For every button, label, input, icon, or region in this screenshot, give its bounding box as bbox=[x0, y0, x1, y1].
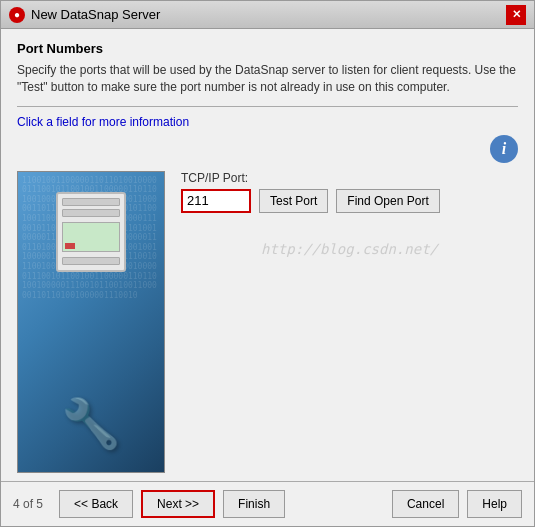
right-panel: TCP/IP Port: Test Port Find Open Port ht… bbox=[165, 171, 518, 473]
server-graphic bbox=[56, 192, 126, 272]
watermark-text: http://blog.csdn.net/ bbox=[181, 241, 518, 257]
section-description: Specify the ports that will be used by t… bbox=[17, 62, 518, 96]
port-row: Test Port Find Open Port bbox=[181, 189, 518, 213]
server-line-3 bbox=[62, 257, 120, 265]
content-area: Port Numbers Specify the ports that will… bbox=[1, 29, 534, 481]
next-button[interactable]: Next >> bbox=[141, 490, 215, 518]
window: ● New DataSnap Server ✕ Port Numbers Spe… bbox=[0, 0, 535, 527]
title-bar: ● New DataSnap Server ✕ bbox=[1, 1, 534, 29]
main-area: 1100100110000011011010010000011100101100… bbox=[17, 171, 518, 473]
image-panel: 1100100110000011011010010000011100101100… bbox=[17, 171, 165, 473]
server-body bbox=[56, 192, 126, 272]
test-port-button[interactable]: Test Port bbox=[259, 189, 328, 213]
step-indicator: 4 of 5 bbox=[13, 497, 43, 511]
find-open-port-button[interactable]: Find Open Port bbox=[336, 189, 439, 213]
server-screen bbox=[62, 222, 120, 252]
port-input[interactable] bbox=[181, 189, 251, 213]
info-icon-row: i bbox=[17, 135, 518, 163]
server-line-2 bbox=[62, 209, 120, 217]
divider bbox=[17, 106, 518, 107]
back-button[interactable]: << Back bbox=[59, 490, 133, 518]
tcp-port-label: TCP/IP Port: bbox=[181, 171, 518, 185]
wrench-icon: 🔧 bbox=[61, 396, 121, 452]
info-link[interactable]: Click a field for more information bbox=[17, 115, 518, 129]
server-line-1 bbox=[62, 198, 120, 206]
close-button[interactable]: ✕ bbox=[506, 5, 526, 25]
help-button[interactable]: Help bbox=[467, 490, 522, 518]
app-icon: ● bbox=[9, 7, 25, 23]
cancel-button[interactable]: Cancel bbox=[392, 490, 459, 518]
info-icon: i bbox=[490, 135, 518, 163]
footer: 4 of 5 << Back Next >> Finish Cancel Hel… bbox=[1, 481, 534, 526]
server-screen-indicator bbox=[65, 243, 75, 249]
finish-button[interactable]: Finish bbox=[223, 490, 285, 518]
window-title: New DataSnap Server bbox=[31, 7, 160, 22]
section-title: Port Numbers bbox=[17, 41, 518, 56]
title-bar-left: ● New DataSnap Server bbox=[9, 7, 160, 23]
